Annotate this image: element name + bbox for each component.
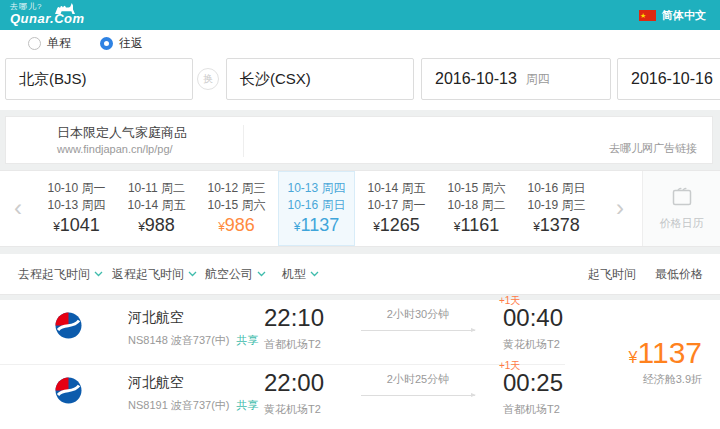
cal-price: ¥988 bbox=[118, 215, 195, 236]
radio-one-way[interactable]: 单程 bbox=[28, 35, 71, 52]
ad-source-link[interactable]: 去哪儿网广告链接 bbox=[609, 141, 697, 156]
radio-one-way-circle[interactable] bbox=[28, 37, 41, 50]
calendar-prev-icon[interactable]: ‹ bbox=[8, 191, 28, 225]
flight-info-line: NS8148 波音737(中) 共享 bbox=[128, 333, 259, 348]
flight-duration: 2小时30分钟 bbox=[355, 307, 481, 322]
depart-date-value: 2016-10-13 bbox=[435, 70, 517, 88]
arrival-airport: 首都机场T2 bbox=[503, 402, 563, 417]
flight-arrow-icon bbox=[361, 330, 475, 331]
calendar-day-option[interactable]: 10-10 周一 10-13 周四 ¥1041 bbox=[38, 171, 115, 246]
flight-number: NS8191 bbox=[128, 399, 168, 411]
cal-amount: 1378 bbox=[540, 215, 580, 235]
cal-amount: 988 bbox=[145, 215, 175, 235]
cal-depart-date: 10-10 周一 bbox=[38, 180, 115, 197]
filter-label: 机型 bbox=[282, 267, 306, 281]
filter-return-time[interactable]: 返程起飞时间 bbox=[112, 254, 197, 295]
calendar-day-option[interactable]: 10-14 周五 10-17 周一 ¥1265 bbox=[358, 171, 435, 246]
calendar-day-option[interactable]: 10-12 周三 10-15 周六 ¥986 bbox=[198, 171, 275, 246]
flight-results: 河北航空 NS8148 波音737(中) 共享 22:10 首都机场T2 2小时… bbox=[0, 300, 720, 429]
ad-url[interactable]: www.findjapan.cn/lp/pg/ bbox=[57, 143, 173, 155]
filter-bar: 去程起飞时间 返程起飞时间 航空公司 机型 起飞时间 最低价格 bbox=[0, 254, 720, 295]
search-panel: 单程 往返 北京(BJS) 换 长沙(CSX) 2016-10-13 周四 20… bbox=[0, 30, 720, 110]
aircraft-type: 波音737(中) bbox=[171, 334, 230, 346]
price-calendar-button[interactable]: 价格日历 bbox=[642, 171, 720, 246]
return-date-field[interactable]: 2016-10-16 周日 bbox=[617, 58, 720, 100]
departure-airport: 首都机场T2 bbox=[264, 337, 324, 352]
filter-label: 去程起飞时间 bbox=[18, 267, 90, 281]
yen-sign: ¥ bbox=[218, 220, 225, 234]
price-calendar-strip: ‹ 10-10 周一 10-13 周四 ¥1041 10-11 周二 10-14… bbox=[0, 170, 720, 247]
flight-duration: 2小时25分钟 bbox=[355, 372, 481, 387]
departure-time: 22:10 bbox=[264, 305, 324, 331]
header-bar: 去哪儿? Qunar.Com ★ 简体中文 bbox=[0, 0, 720, 30]
radio-round-trip-circle[interactable] bbox=[100, 37, 113, 50]
arrival-time: 00:25 bbox=[503, 370, 563, 396]
cal-amount: 1137 bbox=[300, 215, 339, 235]
cal-depart-date: 10-12 周三 bbox=[198, 180, 275, 197]
swap-cities-button[interactable]: 换 bbox=[197, 68, 219, 90]
cal-return-date: 10-14 周五 bbox=[118, 197, 195, 214]
calendar-day-option[interactable]: 10-11 周二 10-14 周五 ¥988 bbox=[118, 171, 195, 246]
cal-depart-date: 10-16 周日 bbox=[518, 180, 595, 197]
ad-title[interactable]: 日本限定人气家庭商品 bbox=[57, 124, 187, 142]
filter-depart-time[interactable]: 去程起飞时间 bbox=[18, 254, 103, 295]
arrival-airport: 黄花机场T2 bbox=[503, 337, 563, 352]
airline-name: 河北航空 bbox=[128, 374, 184, 392]
flight-row-return[interactable]: 河北航空 NS8191 波音737(中) 共享 22:00 黄花机场T2 2小时… bbox=[0, 365, 720, 429]
depart-date-field[interactable]: 2016-10-13 周四 bbox=[421, 58, 611, 100]
chevron-down-icon bbox=[310, 271, 319, 277]
yen-sign: ¥ bbox=[533, 220, 540, 234]
hebei-airlines-logo-icon bbox=[55, 312, 82, 339]
ad-divider bbox=[243, 125, 244, 157]
cal-price: ¥1041 bbox=[38, 215, 115, 236]
radio-round-trip[interactable]: 往返 bbox=[100, 35, 143, 52]
hebei-airlines-logo-icon bbox=[55, 377, 82, 404]
calendar-day-option[interactable]: 10-16 周日 10-19 周三 ¥1378 bbox=[518, 171, 595, 246]
cal-price: ¥1137 bbox=[279, 215, 354, 236]
cal-return-date: 10-16 周日 bbox=[279, 197, 354, 214]
sort-by-depart-time[interactable]: 起飞时间 bbox=[588, 254, 636, 295]
cal-price: ¥986 bbox=[198, 215, 275, 236]
cal-price: ¥1378 bbox=[518, 215, 595, 236]
filter-label: 航空公司 bbox=[205, 267, 253, 281]
arrival-block: 00:25 首都机场T2 bbox=[503, 370, 563, 417]
yen-sign: ¥ bbox=[53, 220, 60, 234]
sort-by-lowest-price[interactable]: 最低价格 bbox=[655, 254, 703, 295]
to-city-input[interactable]: 长沙(CSX) bbox=[226, 58, 414, 100]
return-date-value: 2016-10-16 bbox=[631, 70, 713, 88]
filter-aircraft[interactable]: 机型 bbox=[282, 254, 319, 295]
airline-name: 河北航空 bbox=[128, 309, 184, 327]
calendar-next-icon[interactable]: › bbox=[610, 191, 630, 225]
calendar-day-option[interactable]: 10-15 周六 10-18 周二 ¥1161 bbox=[438, 171, 515, 246]
depart-weekday: 周四 bbox=[526, 71, 550, 88]
cal-return-date: 10-18 周二 bbox=[438, 197, 515, 214]
cal-depart-date: 10-14 周五 bbox=[358, 180, 435, 197]
yen-sign: ¥ bbox=[138, 220, 145, 234]
flight-info-line: NS8191 波音737(中) 共享 bbox=[128, 398, 259, 413]
cal-amount: 1041 bbox=[60, 215, 100, 235]
filter-airline[interactable]: 航空公司 bbox=[205, 254, 266, 295]
calendar-icon bbox=[670, 193, 694, 210]
departure-time: 22:00 bbox=[264, 370, 324, 396]
calendar-day-option-selected[interactable]: 10-13 周四 10-16 周日 ¥1137 bbox=[278, 171, 355, 246]
flight-arrow-icon bbox=[361, 395, 475, 396]
from-city-input[interactable]: 北京(BJS) bbox=[5, 58, 193, 100]
yen-sign: ¥ bbox=[373, 220, 380, 234]
price-value: ¥1137 bbox=[629, 336, 702, 370]
ad-banner[interactable]: 日本限定人气家庭商品 www.findjapan.cn/lp/pg/ 去哪儿网广… bbox=[5, 116, 713, 164]
chevron-down-icon bbox=[257, 271, 266, 277]
roundtrip-price[interactable]: ¥1137 经济舱3.9折 bbox=[629, 336, 702, 387]
flight-row-outbound[interactable]: 河北航空 NS8148 波音737(中) 共享 22:10 首都机场T2 2小时… bbox=[0, 300, 720, 364]
cal-return-date: 10-13 周四 bbox=[38, 197, 115, 214]
flight-number: NS8148 bbox=[128, 334, 168, 346]
departure-block: 22:10 首都机场T2 bbox=[264, 305, 324, 352]
language-switcher[interactable]: ★ 简体中文 bbox=[639, 0, 706, 30]
duration-block: 2小时25分钟 bbox=[355, 372, 481, 396]
price-amount: 1137 bbox=[637, 336, 702, 369]
cabin-discount-note: 经济舱3.9折 bbox=[629, 372, 702, 387]
arrival-time: 00:40 bbox=[503, 305, 563, 331]
language-label: 简体中文 bbox=[662, 8, 706, 23]
departure-block: 22:00 黄花机场T2 bbox=[264, 370, 324, 417]
qunar-logo[interactable]: 去哪儿? Qunar.Com bbox=[10, 1, 85, 25]
codeshare-badge: 共享 bbox=[237, 399, 259, 411]
